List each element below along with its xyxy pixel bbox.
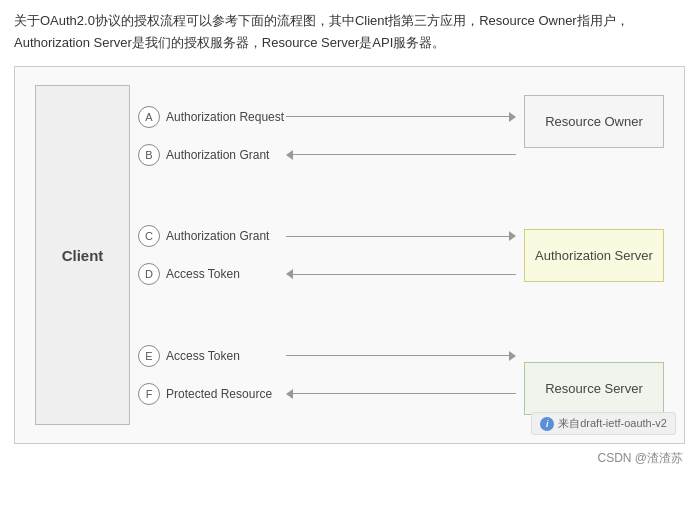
arrow-text-f: Protected Resource — [166, 387, 286, 401]
arrows-bot: E Access Token F Protected Resource — [138, 337, 516, 413]
page-container: 关于OAuth2.0协议的授权流程可以参考下面的流程图，其中Client指第三方… — [0, 0, 699, 477]
client-box: Client — [35, 85, 130, 425]
info-icon: i — [540, 417, 554, 431]
resource-owner-label: Resource Owner — [545, 114, 643, 129]
resource-owner-box: Resource Owner — [524, 95, 664, 148]
arrow-text-e: Access Token — [166, 349, 286, 363]
arrow-text-d: Access Token — [166, 267, 286, 281]
circle-f: F — [138, 383, 160, 405]
right-boxes: Resource Owner Authorization Server Reso… — [524, 85, 664, 425]
resource-server-label: Resource Server — [545, 381, 643, 396]
arrow-right-a — [286, 112, 516, 122]
arrow-row-c: C Authorization Grant — [138, 217, 516, 255]
arrow-right-e — [286, 351, 516, 361]
diagram: Client A Authorization Request B — [35, 85, 664, 425]
description-text: 关于OAuth2.0协议的授权流程可以参考下面的流程图，其中Client指第三方… — [14, 10, 685, 54]
arrow-left-f — [286, 389, 516, 399]
circle-d: D — [138, 263, 160, 285]
auth-server-label: Authorization Server — [535, 248, 653, 263]
source-badge: i 来自draft-ietf-oauth-v2 — [531, 412, 676, 435]
source-text: 来自draft-ietf-oauth-v2 — [558, 416, 667, 431]
circle-c: C — [138, 225, 160, 247]
arrow-row-e: E Access Token — [138, 337, 516, 375]
resource-server-box: Resource Server — [524, 362, 664, 415]
auth-server-box: Authorization Server — [524, 229, 664, 282]
circle-b: B — [138, 144, 160, 166]
arrow-row-f: F Protected Resource — [138, 375, 516, 413]
client-label: Client — [62, 247, 104, 264]
arrow-text-c: Authorization Grant — [166, 229, 286, 243]
arrow-left-b — [286, 150, 516, 160]
arrow-row-b: B Authorization Grant — [138, 136, 516, 174]
arrow-row-d: D Access Token — [138, 255, 516, 293]
circle-e: E — [138, 345, 160, 367]
diagram-wrapper: Client A Authorization Request B — [14, 66, 685, 444]
arrow-text-b: Authorization Grant — [166, 148, 286, 162]
arrow-left-d — [286, 269, 516, 279]
arrow-text-a: Authorization Request — [166, 110, 286, 124]
arrow-right-c — [286, 231, 516, 241]
arrows-area: A Authorization Request B Authorization … — [130, 85, 524, 425]
arrows-top: A Authorization Request B Authorization … — [138, 98, 516, 174]
arrow-row-a: A Authorization Request — [138, 98, 516, 136]
footer-credit: CSDN @渣渣苏 — [14, 450, 685, 467]
arrows-mid: C Authorization Grant D Access Token — [138, 217, 516, 293]
circle-a: A — [138, 106, 160, 128]
